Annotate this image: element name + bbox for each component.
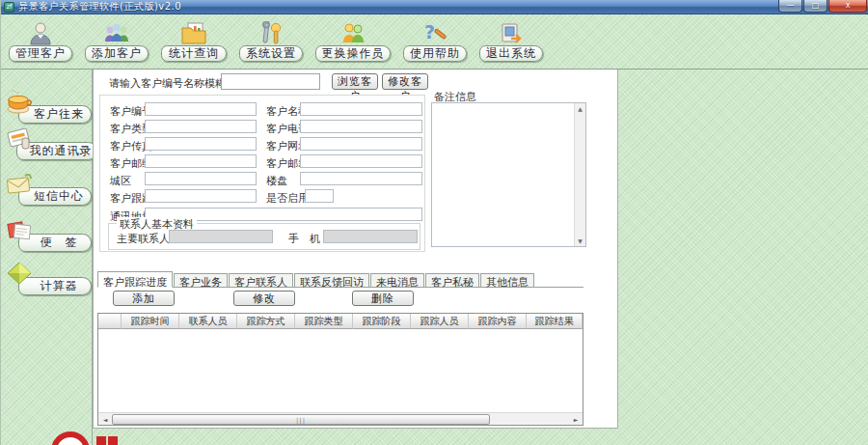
toolbar-item-exit[interactable]: 退出系统 bbox=[479, 19, 543, 62]
sidebar-item-customer-dealings[interactable]: 客户往来 bbox=[7, 89, 94, 124]
search-input[interactable] bbox=[221, 73, 320, 90]
stats-folder-icon bbox=[180, 19, 207, 45]
toolbar-item-statistics[interactable]: 统计查询 bbox=[161, 19, 227, 62]
tab-feedback-visits[interactable]: 联系反馈回访 bbox=[294, 273, 369, 287]
table-hscrollbar[interactable]: ◄ ||| ► bbox=[98, 412, 583, 425]
sms-envelope-icon bbox=[5, 169, 34, 201]
statistics-button[interactable]: 统计查询 bbox=[161, 45, 227, 62]
property-input[interactable] bbox=[300, 172, 422, 185]
customer-type-input[interactable] bbox=[145, 120, 257, 133]
user-icon bbox=[28, 19, 53, 45]
hotline-logo-circle bbox=[51, 431, 90, 445]
sidebar-item-sms-center[interactable]: 短信中心 bbox=[7, 171, 94, 206]
users-group-icon bbox=[103, 19, 130, 45]
table-header-track-content[interactable]: 跟踪内容 bbox=[469, 314, 527, 329]
notes-scrollbar[interactable]: ▲ ▼ bbox=[574, 103, 585, 246]
scroll-down-icon[interactable]: ▼ bbox=[578, 237, 583, 244]
table-header-track-type[interactable]: 跟踪类型 bbox=[295, 314, 353, 329]
tab-customer-private[interactable]: 客户私秘 bbox=[425, 273, 479, 287]
sidebar-item-address-book[interactable]: 我的通讯录 bbox=[7, 125, 94, 160]
exit-system-icon bbox=[499, 19, 524, 45]
table-header-track-time[interactable]: 跟踪时间 bbox=[122, 314, 179, 329]
district-input[interactable] bbox=[145, 172, 257, 185]
customer-fax-input[interactable] bbox=[145, 137, 257, 151]
switch-user-icon bbox=[339, 19, 366, 45]
tracking-table: 跟踪时间 联系人员 跟踪方式 跟踪类型 跟踪阶段 跟踪人员 跟踪内容 跟踪结果 … bbox=[97, 313, 583, 426]
hscroll-thumb[interactable]: ||| bbox=[112, 414, 490, 425]
help-icon: ? bbox=[422, 19, 448, 45]
scroll-up-icon[interactable]: ▲ bbox=[578, 105, 583, 112]
notes-textarea[interactable]: ▲ ▼ bbox=[431, 102, 586, 247]
customer-no-input[interactable] bbox=[145, 102, 257, 116]
contact-groupbox: 联系人基本资料 主要联系人 手 机 bbox=[108, 223, 420, 250]
hotline-logo-mark bbox=[108, 436, 118, 445]
customer-tracking-input[interactable] bbox=[145, 189, 257, 203]
add-button[interactable]: 添加 bbox=[113, 291, 175, 306]
modify-customer-button[interactable]: 修改客户 bbox=[382, 73, 428, 90]
sidebar-item-memo[interactable]: 便 签 bbox=[7, 217, 94, 252]
tab-incoming-calls[interactable]: 来电消息 bbox=[370, 273, 424, 287]
minimize-button[interactable]: — bbox=[778, 0, 802, 13]
teacup-icon bbox=[5, 87, 34, 119]
help-button[interactable]: 使用帮助 bbox=[403, 45, 467, 62]
toolbar-item-manage-customers[interactable]: 管理客户 bbox=[9, 19, 72, 62]
browse-customer-button[interactable]: 浏览客户 bbox=[332, 73, 378, 90]
customer-form: 客户编号 客户名称 客户类型 客户电话 客户传真 客户网址 客户邮编 客户邮箱 … bbox=[99, 95, 425, 252]
add-customer-button[interactable]: 添加客户 bbox=[85, 45, 149, 62]
switch-operator-button[interactable]: 更换操作员 bbox=[315, 45, 391, 62]
app-window: zf 异景客户关系管理软件(正式版)v2.0 — □ x 管理客户 添加客户 统… bbox=[0, 0, 868, 445]
delete-button[interactable]: 删除 bbox=[352, 291, 414, 306]
toolbar-item-switch-operator[interactable]: 更换操作员 bbox=[315, 19, 391, 62]
customer-zip-input[interactable] bbox=[145, 154, 257, 168]
close-button[interactable]: x bbox=[828, 0, 867, 13]
table-header-contact-person[interactable]: 联系人员 bbox=[179, 314, 237, 329]
scroll-right-icon[interactable]: ► bbox=[570, 414, 582, 425]
field-label-mobile: 手 机 bbox=[288, 232, 320, 246]
scroll-left-icon[interactable]: ◄ bbox=[99, 414, 111, 425]
svg-text:?: ? bbox=[424, 21, 435, 42]
system-settings-button[interactable]: 系统设置 bbox=[239, 45, 303, 62]
maximize-button[interactable]: □ bbox=[803, 0, 827, 13]
toolbar-item-add-customer[interactable]: 添加客户 bbox=[85, 19, 149, 62]
enabled-input[interactable] bbox=[305, 189, 334, 203]
manage-customers-button[interactable]: 管理客户 bbox=[9, 45, 72, 62]
app-icon: zf bbox=[4, 2, 14, 13]
tab-tracking-progress[interactable]: 客户跟踪进度 bbox=[97, 271, 173, 288]
tab-customer-contacts[interactable]: 客户联系人 bbox=[229, 273, 293, 287]
main-panel: 请输入客户编号名称模糊查询 浏览客户 修改客户 客户编号 客户名称 客户类型 客… bbox=[93, 70, 618, 429]
customer-phone-input[interactable] bbox=[300, 120, 422, 133]
tools-icon bbox=[258, 19, 284, 45]
table-header-cell[interactable] bbox=[98, 314, 122, 329]
mobile-input[interactable] bbox=[323, 230, 418, 243]
tracking-table-body[interactable] bbox=[98, 329, 583, 413]
customer-email-input[interactable] bbox=[300, 154, 422, 168]
window-title: 异景客户关系管理软件(正式版)v2.0 bbox=[18, 0, 181, 14]
calculator-icon bbox=[5, 259, 34, 291]
customer-name-input[interactable] bbox=[300, 102, 422, 116]
toolbar-item-system-settings[interactable]: 系统设置 bbox=[239, 19, 303, 62]
tab-other-info[interactable]: 其他信息 bbox=[480, 273, 534, 287]
window-controls: — □ x bbox=[777, 0, 867, 13]
address-book-icon bbox=[5, 124, 34, 155]
titlebar[interactable]: zf 异景客户关系管理软件(正式版)v2.0 — □ x bbox=[1, 0, 868, 14]
table-header-track-stage[interactable]: 跟踪阶段 bbox=[353, 314, 411, 329]
toolbar: 管理客户 添加客户 统计查询 系统设置 更换操作员 bbox=[9, 19, 543, 62]
bottom-tabstrip: 客户跟踪进度 客户业务 客户联系人 联系反馈回访 来电消息 客户私秘 其他信息 bbox=[97, 271, 583, 288]
tab-customer-business[interactable]: 客户业务 bbox=[174, 273, 228, 287]
primary-contact-input[interactable] bbox=[169, 230, 273, 243]
table-header-track-result[interactable]: 跟踪结果 bbox=[527, 314, 583, 329]
field-label-property: 楼盘 bbox=[266, 174, 287, 188]
field-label-district: 城区 bbox=[110, 174, 131, 188]
memo-notes-icon bbox=[5, 215, 34, 247]
customer-website-input[interactable] bbox=[300, 137, 422, 151]
field-label-enabled: 是否启用 bbox=[266, 191, 309, 206]
table-header-track-staff[interactable]: 跟踪人员 bbox=[411, 314, 469, 329]
toolbar-item-help[interactable]: ? 使用帮助 bbox=[403, 19, 467, 62]
exit-system-button[interactable]: 退出系统 bbox=[479, 45, 543, 62]
table-header-track-method[interactable]: 跟踪方式 bbox=[237, 314, 295, 329]
modify-button[interactable]: 修改 bbox=[233, 291, 295, 306]
hotline-logo-mark bbox=[96, 436, 106, 445]
field-label-primary-contact: 主要联系人 bbox=[117, 232, 170, 246]
sidebar-item-calculator[interactable]: 计算器 bbox=[7, 261, 94, 295]
hscroll-grip-icon: ||| bbox=[296, 417, 306, 425]
